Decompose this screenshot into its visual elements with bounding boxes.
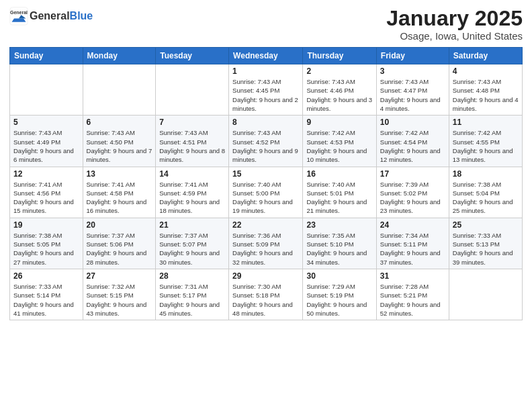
calendar-cell: 31Sunrise: 7:28 AMSunset: 5:21 PMDayligh…: [376, 269, 449, 320]
day-info: Sunrise: 7:42 AMSunset: 4:53 PMDaylight:…: [306, 128, 372, 164]
calendar-cell: [156, 64, 229, 116]
calendar-week-1: 1Sunrise: 7:43 AMSunset: 4:45 PMDaylight…: [10, 64, 523, 116]
logo-icon: General: [9, 7, 28, 26]
calendar-cell: 6Sunrise: 7:43 AMSunset: 4:50 PMDaylight…: [83, 116, 156, 167]
calendar-cell: 27Sunrise: 7:32 AMSunset: 5:15 PMDayligh…: [83, 269, 156, 320]
day-number: 18: [453, 169, 519, 179]
calendar-cell: 29Sunrise: 7:30 AMSunset: 5:18 PMDayligh…: [229, 269, 303, 320]
day-number: 28: [159, 271, 225, 281]
day-info: Sunrise: 7:28 AMSunset: 5:21 PMDaylight:…: [380, 282, 445, 318]
day-number: 15: [232, 169, 299, 179]
title-area: January 2025 Osage, Iowa, United States: [386, 7, 523, 42]
col-saturday: Saturday: [449, 48, 522, 64]
day-number: 31: [380, 271, 445, 281]
col-thursday: Thursday: [303, 48, 376, 64]
day-number: 25: [453, 220, 519, 230]
day-info: Sunrise: 7:33 AMSunset: 5:13 PMDaylight:…: [453, 231, 519, 267]
calendar-cell: 14Sunrise: 7:41 AMSunset: 4:59 PMDayligh…: [156, 167, 229, 218]
day-number: 27: [87, 271, 152, 281]
day-info: Sunrise: 7:40 AMSunset: 5:01 PMDaylight:…: [306, 180, 372, 216]
day-info: Sunrise: 7:41 AMSunset: 4:58 PMDaylight:…: [87, 180, 152, 216]
calendar-cell: [449, 269, 522, 320]
calendar-cell: [10, 64, 83, 116]
svg-marker-2: [12, 19, 26, 22]
day-number: 20: [87, 220, 152, 230]
day-number: 6: [87, 118, 152, 127]
calendar-cell: 26Sunrise: 7:33 AMSunset: 5:14 PMDayligh…: [10, 269, 83, 320]
day-number: 10: [380, 118, 445, 127]
location: Osage, Iowa, United States: [386, 30, 523, 42]
calendar-cell: 19Sunrise: 7:38 AMSunset: 5:05 PMDayligh…: [10, 218, 83, 269]
day-info: Sunrise: 7:33 AMSunset: 5:14 PMDaylight:…: [13, 282, 79, 318]
day-number: 17: [380, 169, 445, 179]
calendar-cell: 18Sunrise: 7:38 AMSunset: 5:04 PMDayligh…: [449, 167, 522, 218]
calendar-week-2: 5Sunrise: 7:43 AMSunset: 4:49 PMDaylight…: [10, 116, 523, 167]
day-number: 14: [159, 169, 225, 179]
day-number: 29: [232, 271, 299, 281]
day-number: 3: [380, 66, 445, 76]
calendar-cell: 13Sunrise: 7:41 AMSunset: 4:58 PMDayligh…: [83, 167, 156, 218]
day-number: 5: [13, 118, 79, 127]
day-info: Sunrise: 7:43 AMSunset: 4:47 PMDaylight:…: [380, 77, 445, 113]
day-number: 12: [13, 169, 79, 179]
day-info: Sunrise: 7:43 AMSunset: 4:48 PMDaylight:…: [453, 77, 519, 113]
calendar-cell: 22Sunrise: 7:36 AMSunset: 5:09 PMDayligh…: [229, 218, 303, 269]
calendar-cell: 15Sunrise: 7:40 AMSunset: 5:00 PMDayligh…: [229, 167, 303, 218]
calendar-cell: 11Sunrise: 7:42 AMSunset: 4:55 PMDayligh…: [449, 116, 522, 167]
day-info: Sunrise: 7:43 AMSunset: 4:45 PMDaylight:…: [232, 77, 299, 113]
day-info: Sunrise: 7:43 AMSunset: 4:52 PMDaylight:…: [232, 128, 299, 164]
day-info: Sunrise: 7:29 AMSunset: 5:19 PMDaylight:…: [306, 282, 372, 318]
day-number: 8: [232, 118, 299, 127]
calendar-cell: 21Sunrise: 7:37 AMSunset: 5:07 PMDayligh…: [156, 218, 229, 269]
day-info: Sunrise: 7:37 AMSunset: 5:07 PMDaylight:…: [159, 231, 225, 267]
calendar-table: Sunday Monday Tuesday Wednesday Thursday…: [9, 47, 523, 320]
calendar-cell: 28Sunrise: 7:31 AMSunset: 5:17 PMDayligh…: [156, 269, 229, 320]
day-info: Sunrise: 7:36 AMSunset: 5:09 PMDaylight:…: [232, 231, 299, 267]
day-info: Sunrise: 7:42 AMSunset: 4:54 PMDaylight:…: [380, 128, 445, 164]
logo-text: GeneralBlue: [30, 10, 93, 22]
day-number: 23: [306, 220, 372, 230]
day-info: Sunrise: 7:43 AMSunset: 4:49 PMDaylight:…: [13, 128, 79, 164]
col-tuesday: Tuesday: [156, 48, 229, 64]
calendar-header-row: Sunday Monday Tuesday Wednesday Thursday…: [10, 48, 523, 64]
day-info: Sunrise: 7:32 AMSunset: 5:15 PMDaylight:…: [87, 282, 152, 318]
day-number: 2: [306, 66, 372, 76]
header: General GeneralBlue January 2025 Osage, …: [9, 7, 523, 42]
calendar-week-3: 12Sunrise: 7:41 AMSunset: 4:56 PMDayligh…: [10, 167, 523, 218]
calendar-cell: 2Sunrise: 7:43 AMSunset: 4:46 PMDaylight…: [303, 64, 376, 116]
day-number: 4: [453, 66, 519, 76]
calendar-cell: 20Sunrise: 7:37 AMSunset: 5:06 PMDayligh…: [83, 218, 156, 269]
day-info: Sunrise: 7:42 AMSunset: 4:55 PMDaylight:…: [453, 128, 519, 164]
calendar-cell: 5Sunrise: 7:43 AMSunset: 4:49 PMDaylight…: [10, 116, 83, 167]
day-info: Sunrise: 7:39 AMSunset: 5:02 PMDaylight:…: [380, 180, 445, 216]
day-info: Sunrise: 7:34 AMSunset: 5:11 PMDaylight:…: [380, 231, 445, 267]
day-number: 1: [232, 66, 299, 76]
page: General GeneralBlue January 2025 Osage, …: [0, 0, 532, 411]
day-info: Sunrise: 7:41 AMSunset: 4:56 PMDaylight:…: [13, 180, 79, 216]
calendar-cell: 23Sunrise: 7:35 AMSunset: 5:10 PMDayligh…: [303, 218, 376, 269]
logo-blue: Blue: [70, 10, 93, 21]
calendar-cell: 10Sunrise: 7:42 AMSunset: 4:54 PMDayligh…: [376, 116, 449, 167]
col-friday: Friday: [376, 48, 449, 64]
day-number: 7: [159, 118, 225, 127]
day-info: Sunrise: 7:43 AMSunset: 4:46 PMDaylight:…: [306, 77, 372, 113]
calendar-cell: 8Sunrise: 7:43 AMSunset: 4:52 PMDaylight…: [229, 116, 303, 167]
calendar-cell: 4Sunrise: 7:43 AMSunset: 4:48 PMDaylight…: [449, 64, 522, 116]
day-number: 19: [13, 220, 79, 230]
col-wednesday: Wednesday: [229, 48, 303, 64]
day-info: Sunrise: 7:43 AMSunset: 4:50 PMDaylight:…: [87, 128, 152, 164]
calendar-cell: 24Sunrise: 7:34 AMSunset: 5:11 PMDayligh…: [376, 218, 449, 269]
day-info: Sunrise: 7:38 AMSunset: 5:04 PMDaylight:…: [453, 180, 519, 216]
day-number: 22: [232, 220, 299, 230]
day-number: 26: [13, 271, 79, 281]
day-info: Sunrise: 7:31 AMSunset: 5:17 PMDaylight:…: [159, 282, 225, 318]
day-number: 11: [453, 118, 519, 127]
col-monday: Monday: [83, 48, 156, 64]
day-info: Sunrise: 7:41 AMSunset: 4:59 PMDaylight:…: [159, 180, 225, 216]
calendar-cell: 25Sunrise: 7:33 AMSunset: 5:13 PMDayligh…: [449, 218, 522, 269]
day-info: Sunrise: 7:30 AMSunset: 5:18 PMDaylight:…: [232, 282, 299, 318]
svg-text:General: General: [10, 10, 28, 15]
calendar-week-5: 26Sunrise: 7:33 AMSunset: 5:14 PMDayligh…: [10, 269, 523, 320]
day-info: Sunrise: 7:43 AMSunset: 4:51 PMDaylight:…: [159, 128, 225, 164]
logo-general: General: [30, 10, 70, 21]
